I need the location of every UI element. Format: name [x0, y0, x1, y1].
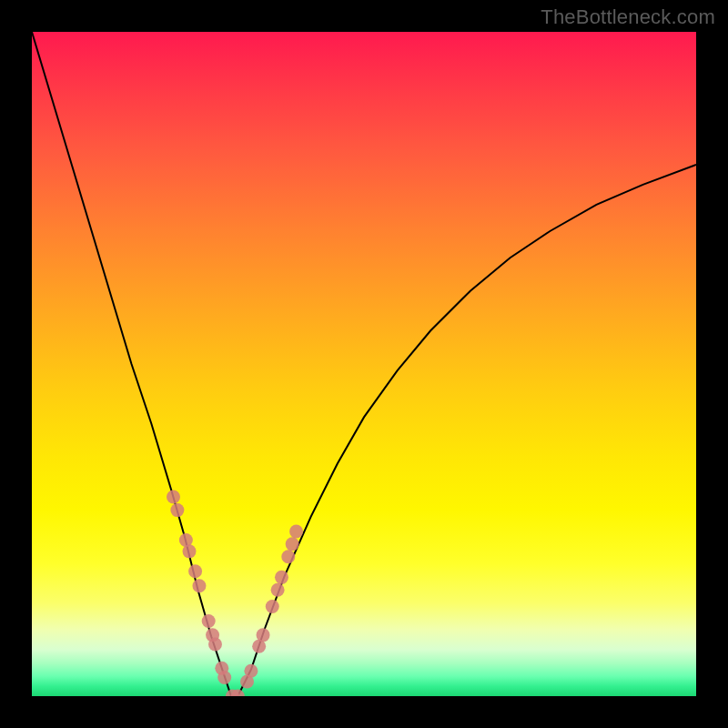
sample-dot — [266, 600, 279, 613]
plot-area — [32, 32, 696, 696]
sample-dot — [188, 564, 202, 578]
sample-dot — [208, 638, 222, 652]
sample-dot — [183, 544, 197, 558]
sample-dot — [244, 664, 258, 678]
sample-dot — [286, 537, 299, 551]
sample-dot — [170, 503, 184, 517]
sample-dot — [281, 550, 295, 563]
sample-dot — [202, 614, 216, 628]
bottleneck-curve — [32, 32, 696, 696]
sample-dot — [192, 579, 206, 592]
sample-dot — [271, 583, 285, 597]
sample-dot — [257, 628, 270, 642]
sample-dot — [275, 571, 288, 584]
sample-dot — [167, 490, 180, 504]
sample-dot — [289, 524, 303, 538]
chart-frame: TheBottleneck.com — [0, 0, 728, 728]
watermark-text: TheBottleneck.com — [541, 5, 715, 29]
sample-dot — [217, 671, 231, 684]
bottleneck-curve-svg — [32, 32, 696, 696]
